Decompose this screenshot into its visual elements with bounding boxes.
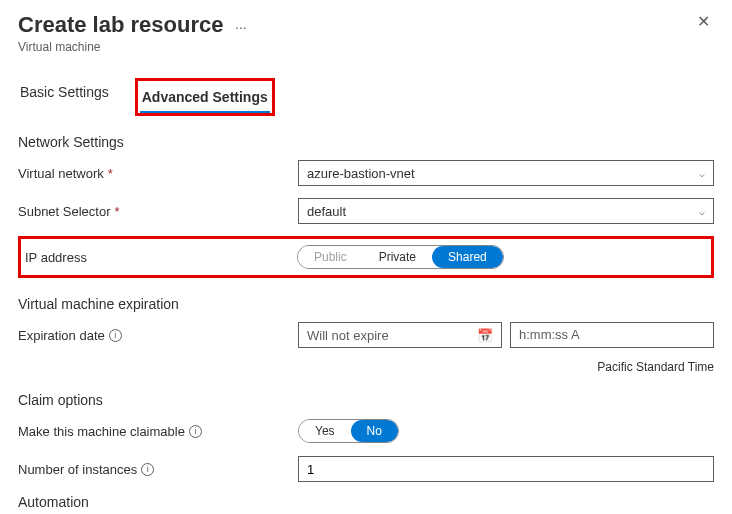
virtual-network-select[interactable]: azure-bastion-vnet ⌵ xyxy=(298,160,714,186)
tab-advanced-highlight: Advanced Settings xyxy=(135,78,275,116)
tab-bar: Basic Settings Advanced Settings xyxy=(18,78,714,116)
claimable-toggle: Yes No xyxy=(298,419,399,443)
vm-expiration-heading: Virtual machine expiration xyxy=(18,296,714,312)
instances-input[interactable] xyxy=(298,456,714,482)
calendar-icon[interactable]: 📅 xyxy=(477,328,493,343)
chevron-down-icon: ⌵ xyxy=(699,168,705,179)
ip-option-shared[interactable]: Shared xyxy=(432,246,503,268)
expiration-date-input[interactable]: Will not expire 📅 xyxy=(298,322,502,348)
more-icon[interactable]: ··· xyxy=(235,19,247,35)
page-subtitle: Virtual machine xyxy=(18,40,247,54)
info-icon[interactable]: i xyxy=(109,329,122,342)
tab-advanced-settings[interactable]: Advanced Settings xyxy=(140,83,270,113)
ip-option-private[interactable]: Private xyxy=(363,246,432,268)
tab-basic-settings[interactable]: Basic Settings xyxy=(18,78,111,116)
timezone-label: Pacific Standard Time xyxy=(18,360,714,374)
claimable-label: Make this machine claimable i xyxy=(18,424,298,439)
page-title: Create lab resource xyxy=(18,12,223,37)
info-icon[interactable]: i xyxy=(141,463,154,476)
ip-address-label: IP address xyxy=(25,250,297,265)
automation-heading: Automation xyxy=(18,494,714,510)
claim-options-heading: Claim options xyxy=(18,392,714,408)
ip-address-highlight: IP address Public Private Shared xyxy=(18,236,714,278)
instances-label: Number of instances i xyxy=(18,462,298,477)
ip-address-toggle: Public Private Shared xyxy=(297,245,504,269)
subnet-value: default xyxy=(307,204,346,219)
network-settings-heading: Network Settings xyxy=(18,134,714,150)
expiration-time-input[interactable]: h:mm:ss A xyxy=(510,322,714,348)
chevron-down-icon: ⌵ xyxy=(699,206,705,217)
ip-option-public[interactable]: Public xyxy=(298,246,363,268)
virtual-network-value: azure-bastion-vnet xyxy=(307,166,415,181)
close-icon[interactable]: ✕ xyxy=(693,12,714,32)
subnet-select[interactable]: default ⌵ xyxy=(298,198,714,224)
info-icon[interactable]: i xyxy=(189,425,202,438)
claimable-no[interactable]: No xyxy=(351,420,398,442)
subnet-selector-label: Subnet Selector * xyxy=(18,204,298,219)
virtual-network-label: Virtual network * xyxy=(18,166,298,181)
claimable-yes[interactable]: Yes xyxy=(299,420,351,442)
expiration-date-label: Expiration date i xyxy=(18,328,298,343)
expiration-date-placeholder: Will not expire xyxy=(307,328,389,343)
